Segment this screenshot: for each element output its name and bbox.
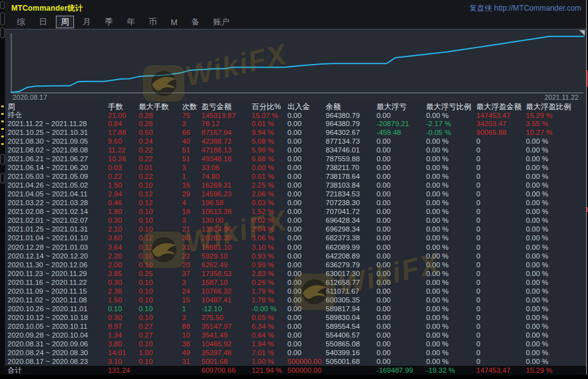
table-row[interactable]: 2021.06.21 ~ 2021.06.2710.260.225149348.… — [5, 154, 586, 163]
table-row[interactable]: 2020.08.24 ~ 2020.08.3014.011.004935397.… — [5, 348, 586, 357]
table-cell: 0.00 % — [526, 340, 586, 348]
table-row[interactable]: 2020.09.28 ~ 2020.10.041.340.27103541.49… — [5, 331, 586, 339]
menu-item-2[interactable]: 日 — [34, 16, 52, 28]
table-cell: 31 — [182, 243, 201, 251]
brand-link[interactable]: 复盘侠 http://MTCommander.com — [469, 3, 581, 14]
table-row[interactable]: 2021.02.08 ~ 2021.02.141.800.101810613.3… — [5, 207, 586, 216]
table-cell: 0.10 — [139, 252, 182, 260]
table-row[interactable]: 2020.12.14 ~ 2020.12.202.200.10225929.10… — [5, 252, 586, 260]
table-cell: 3 — [182, 164, 201, 171]
table-cell: 2021.06.21 ~ 2021.06.27 — [8, 155, 108, 163]
table-cell: 147453.47 — [476, 366, 526, 374]
table-cell: 42388.72 — [201, 137, 252, 145]
table-cell: 0.00 — [287, 120, 326, 127]
table-cell: 31 — [182, 358, 201, 365]
table-cell: 持仓 — [8, 110, 108, 120]
table-cell: 0.00 — [287, 243, 326, 251]
table-cell: 0.00 — [377, 137, 426, 145]
table-row[interactable]: 2021.03.22 ~ 2021.03.280.460.124196.580.… — [5, 198, 586, 207]
scroll-arrow-icon[interactable] — [579, 30, 585, 36]
table-row[interactable]: 2021.10.25 ~ 2021.10.3117.880.506687167.… — [5, 128, 586, 137]
table-cell: 0 — [476, 279, 526, 286]
table-row[interactable]: 持仓21.000.2875145319.8715.07 %0.00964380.… — [5, 110, 586, 119]
menu-item-10[interactable]: 账户 — [208, 16, 235, 28]
table-cell: 2021.02.01 ~ 2021.02.07 — [8, 216, 108, 224]
table-row[interactable]: 2021.01.04 ~ 2021.01.103.600.123020283.3… — [5, 233, 586, 242]
table-row[interactable]: 2021.02.01 ~ 2021.02.070.300.103130.000.… — [5, 216, 586, 225]
table-row[interactable]: 2020.11.09 ~ 2020.11.152.380.102410766.3… — [5, 287, 586, 296]
table-cell: 0.22 — [139, 146, 182, 154]
table-cell: 0.00 — [287, 270, 326, 277]
table-cell: 0.00 % — [526, 173, 586, 180]
table-row[interactable]: 2021.08.02 ~ 2021.08.0811.220.225147186.… — [5, 146, 586, 154]
table-cell: 14596.23 — [201, 190, 252, 198]
table-cell: 1 — [182, 173, 201, 180]
table-cell: 0.00 — [377, 234, 426, 242]
table-cell: 1.78 % — [252, 296, 287, 304]
table-cell: 24 — [182, 287, 201, 295]
table-cell: 2020.11.09 ~ 2020.11.15 — [8, 287, 108, 295]
table-cell: 0.00 % — [426, 190, 476, 198]
menu-item-4[interactable]: 月 — [78, 16, 96, 28]
menu-item-5[interactable]: 季 — [100, 16, 118, 28]
table-cell: 0.00 — [287, 208, 326, 215]
table-total-row[interactable]: 合计131.24609700.66121.94 %500000.00-16948… — [5, 366, 586, 375]
table-cell: 0.10 — [139, 279, 182, 286]
table-cell: 2020.11.16 ~ 2020.11.22 — [8, 279, 108, 286]
table-cell: 2020.12.14 ~ 2020.12.20 — [8, 252, 108, 260]
table-row[interactable]: 2020.11.16 ~ 2020.11.220.300.1031587.100… — [5, 278, 586, 287]
table-cell: 130.00 — [201, 216, 252, 224]
table-cell: 0.00 % — [526, 279, 586, 286]
table-row[interactable]: 2021.04.05 ~ 2021.04.112.940.122914596.2… — [5, 190, 586, 198]
table-cell: 0.00 — [377, 199, 426, 206]
menu-item-8[interactable]: M — [166, 17, 183, 28]
table-row[interactable]: 2021.01.25 ~ 2021.01.312.100.102113924.9… — [5, 225, 586, 233]
table-row[interactable]: 2021.08.30 ~ 2021.09.059.600.244042388.7… — [5, 137, 586, 146]
table-row[interactable]: 2020.08.31 ~ 2020.09.063.800.103810465.9… — [5, 339, 586, 348]
table-cell: 0 — [476, 252, 526, 260]
table-cell: 131.24 — [108, 366, 139, 374]
menu-item-1[interactable]: 综 — [12, 16, 30, 28]
table-cell: 14.01 — [108, 349, 139, 356]
table-cell: 2020.08.31 ~ 2020.09.06 — [8, 340, 108, 348]
table-cell: 0.00 % — [526, 225, 586, 233]
table-cell: 0.00 — [377, 216, 426, 224]
table-cell: 10.27 % — [526, 129, 586, 136]
table-cell: 0.00 — [287, 190, 326, 198]
table-cell: 642208.89 — [326, 252, 377, 260]
menu-item-6[interactable]: 年 — [122, 16, 140, 28]
table-cell: 0 — [476, 358, 526, 365]
table-row[interactable]: 2020.12.28 ~ 2021.01.033.640.123119881.1… — [5, 243, 586, 252]
table-cell: 3.64 — [108, 243, 139, 251]
table-row[interactable]: 2020.11.30 ~ 2020.12.062.000.10206262.49… — [5, 260, 586, 269]
table-cell: 121.94 % — [252, 366, 287, 374]
menu-item-7[interactable]: 币 — [144, 16, 162, 28]
table-cell: 696428.34 — [326, 216, 377, 224]
table-cell: 2.25 % — [252, 181, 287, 189]
table-cell: 0 — [476, 270, 526, 277]
table-row[interactable]: 2020.08.17 ~ 2020.08.233.100.10315001.68… — [5, 357, 586, 366]
table-cell: 3 — [182, 216, 201, 224]
table-cell: 2.38 — [108, 287, 139, 295]
table-cell: 0.00 % — [426, 146, 476, 154]
table-cell: 787559.88 — [326, 155, 377, 163]
table-row[interactable]: 2020.10.12 ~ 2020.10.180.300.103275.500.… — [5, 313, 586, 322]
table-row[interactable]: 2020.10.05 ~ 2020.10.118.970.278835147.9… — [5, 322, 586, 331]
table-row[interactable]: 2021.06.14 ~ 2021.06.200.030.01333.060.0… — [5, 163, 586, 172]
table-cell: 21 — [182, 225, 201, 233]
table-cell: 0.03 — [108, 164, 139, 171]
table-row[interactable]: 2021.05.03 ~ 2021.05.090.220.22174.800.0… — [5, 172, 586, 181]
table-row[interactable]: 2021.11.22 ~ 2021.11.280.840.28378.120.0… — [5, 119, 586, 128]
table-row[interactable]: 2020.11.02 ~ 2020.11.081.500.101510487.4… — [5, 296, 586, 304]
table-cell: 0.00 % — [526, 137, 586, 145]
table-row[interactable]: 2020.11.23 ~ 2020.11.293.850.253717358.5… — [5, 269, 586, 278]
menu-item-3[interactable]: 周 — [56, 16, 74, 28]
table-cell: 0.00 % — [426, 314, 476, 321]
table-row[interactable]: 2021.04.26 ~ 2021.05.021.500.101516269.3… — [5, 181, 586, 190]
table-cell: 0.27 — [139, 323, 182, 330]
table-row[interactable]: 2020.10.26 ~ 2020.11.010.100.101-12.10-0… — [5, 304, 586, 313]
menu-item-9[interactable]: 备 — [186, 16, 205, 28]
table-header[interactable]: 周手数最大手数次数盈亏金额百分比%出入金余额最大浮亏最大浮亏比例最大浮盈金额最大… — [5, 102, 586, 110]
table-cell: 696298.34 — [326, 225, 377, 233]
table-cell: 0.00 % — [526, 287, 586, 295]
